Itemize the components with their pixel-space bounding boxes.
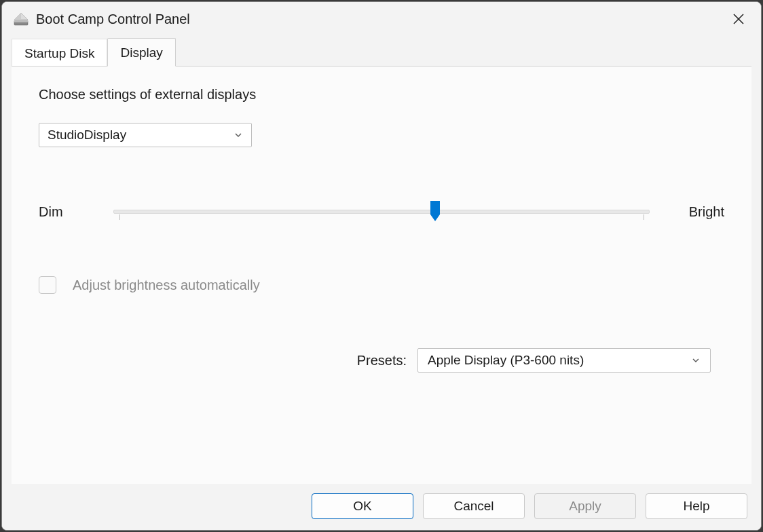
slider-track <box>113 210 650 214</box>
presets-dropdown[interactable]: Apple Display (P3-600 nits) <box>417 348 711 373</box>
presets-row: Presets: Apple Display (P3-600 nits) <box>39 348 724 373</box>
tab-label: Display <box>120 45 162 60</box>
svg-marker-3 <box>14 13 21 20</box>
svg-rect-1 <box>14 20 28 22</box>
close-button[interactable] <box>723 5 754 33</box>
ok-button[interactable]: OK <box>312 493 413 519</box>
section-heading: Choose settings of external displays <box>39 87 724 102</box>
tab-display[interactable]: Display <box>107 38 175 66</box>
control-panel-window: Boot Camp Control Panel Startup Disk Dis… <box>1 1 762 531</box>
slider-label-dim: Dim <box>39 204 100 220</box>
chevron-down-icon <box>691 356 701 365</box>
tab-startup-disk[interactable]: Startup Disk <box>12 39 107 66</box>
auto-brightness-row: Adjust brightness automatically <box>39 276 724 294</box>
help-button[interactable]: Help <box>646 493 747 519</box>
auto-brightness-label: Adjust brightness automatically <box>73 278 260 293</box>
bootcamp-icon <box>13 11 29 27</box>
brightness-slider-row: Dim Bright <box>39 198 724 225</box>
presets-label: Presets: <box>357 353 407 368</box>
dialog-buttons: OK Cancel Apply Help <box>2 484 761 530</box>
window-title: Boot Camp Control Panel <box>36 12 723 27</box>
chevron-down-icon <box>234 130 243 140</box>
cancel-button[interactable]: Cancel <box>423 493 525 519</box>
device-dropdown[interactable]: StudioDisplay <box>39 123 252 147</box>
tab-strip: Startup Disk Display <box>2 36 761 66</box>
titlebar: Boot Camp Control Panel <box>2 2 761 36</box>
close-icon <box>732 12 745 26</box>
tab-label: Startup Disk <box>24 46 94 60</box>
slider-thumb[interactable] <box>429 201 441 223</box>
brightness-slider[interactable] <box>113 198 650 225</box>
apply-button[interactable]: Apply <box>534 493 636 519</box>
presets-dropdown-value: Apple Display (P3-600 nits) <box>428 353 584 368</box>
device-dropdown-value: StudioDisplay <box>48 128 126 142</box>
tab-content: Choose settings of external displays Stu… <box>12 66 751 484</box>
slider-label-bright: Bright <box>663 204 724 220</box>
auto-brightness-checkbox[interactable] <box>39 276 56 294</box>
